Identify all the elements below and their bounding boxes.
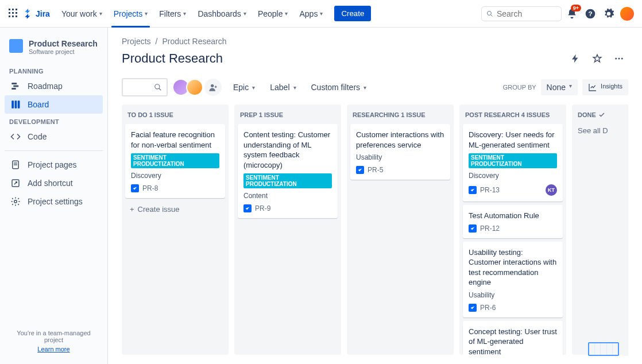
card-label: Discovery: [131, 172, 219, 180]
svg-rect-16: [11, 100, 14, 109]
sidebar-item-project-settings[interactable]: Project settings: [5, 192, 103, 211]
chevron-down-icon: ▾: [293, 84, 296, 91]
sidebar-item-project-pages[interactable]: Project pages: [5, 156, 103, 174]
column-header: TO DO 1 ISSUE: [125, 110, 225, 121]
create-issue-button[interactable]: + Create issue: [125, 202, 225, 217]
svg-rect-18: [18, 100, 20, 109]
help-icon[interactable]: ?: [582, 6, 598, 22]
chevron-down-icon: ▾: [145, 10, 148, 17]
gear-icon: [10, 196, 21, 207]
sidebar-item-code[interactable]: Code: [5, 127, 103, 146]
chevron-down-icon: ▾: [569, 83, 572, 92]
check-icon: [598, 111, 605, 118]
card-label: Usability: [469, 291, 557, 299]
nav-people[interactable]: People▾: [253, 0, 293, 28]
issue-card[interactable]: Usability testing: Customer interactions…: [463, 242, 563, 317]
svg-line-10: [490, 14, 492, 16]
more-icon[interactable]: [610, 49, 628, 68]
task-icon: [469, 304, 477, 312]
board-search[interactable]: [122, 78, 168, 96]
page-icon: [10, 160, 21, 170]
chevron-down-icon: ▾: [99, 10, 102, 17]
issue-card[interactable]: Customer interactions with preferences s…: [350, 124, 450, 180]
sidebar-item-roadmap[interactable]: Roadmap: [5, 77, 103, 95]
chevron-down-icon: ▾: [363, 84, 366, 91]
sidebar-item-board[interactable]: Board: [5, 95, 103, 114]
star-icon[interactable]: [588, 49, 606, 68]
logo-text: Jira: [36, 9, 50, 18]
chevron-down-icon: ▾: [320, 10, 323, 17]
column-header: DONE: [575, 110, 628, 121]
epic-tag: SENTIMENT PRODUCTIZATION: [131, 153, 219, 168]
automation-icon[interactable]: [566, 49, 585, 68]
card-title: Usability testing: Customer interactions…: [469, 247, 557, 288]
board-column: POST RESEARCH 4 ISSUESDiscovery: User ne…: [459, 104, 566, 355]
learn-more-link[interactable]: Learn more: [9, 346, 98, 353]
nav-apps[interactable]: Apps▾: [295, 0, 327, 28]
chevron-down-icon: ▾: [285, 10, 288, 17]
see-all-done-link[interactable]: See all D: [575, 124, 628, 137]
svg-rect-2: [16, 9, 17, 10]
breadcrumb-project[interactable]: Product Research: [162, 37, 226, 46]
nav-filters[interactable]: Filters▾: [154, 0, 191, 28]
issue-key: PR-6: [480, 304, 496, 312]
card-title: Test Automation Rule: [469, 211, 557, 221]
svg-point-23: [14, 200, 17, 203]
chart-icon: [588, 83, 597, 92]
issue-card[interactable]: Concept testing: User trust of ML-genera…: [463, 321, 563, 355]
profile-avatar[interactable]: [619, 6, 635, 22]
card-title: Content testing: Customer understanding …: [243, 130, 332, 170]
task-icon: [469, 224, 477, 233]
create-button[interactable]: Create: [334, 6, 371, 21]
issue-card[interactable]: Test Automation RulePR-12: [463, 205, 563, 238]
app-switcher-icon[interactable]: [7, 7, 21, 21]
global-search[interactable]: [481, 6, 562, 21]
svg-rect-8: [16, 16, 17, 17]
column-header: PREP 1 ISSUE: [238, 110, 338, 121]
sidebar-item-add-shortcut[interactable]: Add shortcut: [5, 174, 103, 192]
settings-icon[interactable]: [601, 6, 617, 22]
breadcrumb-projects[interactable]: Projects: [122, 37, 151, 46]
sidebar-group-planning: PLANNING: [5, 63, 103, 77]
epic-filter[interactable]: Epic▾: [230, 80, 258, 94]
assignee-avatar: KT: [546, 184, 557, 196]
custom-filters[interactable]: Custom filters▾: [308, 80, 370, 94]
insights-button[interactable]: Insights: [582, 79, 628, 95]
breadcrumb: Projects / Product Research: [122, 37, 628, 46]
sidebar-group-development: DEVELOPMENT: [5, 114, 103, 127]
shortcut-icon: [10, 178, 21, 188]
svg-point-29: [211, 84, 214, 87]
page-title: Product Research: [122, 51, 223, 66]
add-people-icon[interactable]: [204, 79, 222, 96]
card-title: Customer interactions with preferences s…: [356, 130, 444, 150]
svg-point-25: [618, 58, 620, 60]
svg-rect-5: [16, 12, 17, 14]
kanban-board: TO DO 1 ISSUEFacial feature recognition …: [122, 104, 628, 355]
nav-projects[interactable]: Projects▾: [109, 0, 153, 28]
board-column: TO DO 1 ISSUEFacial feature recognition …: [122, 104, 229, 355]
task-icon: [243, 204, 252, 212]
search-input[interactable]: [497, 9, 556, 18]
issue-card[interactable]: Content testing: Customer understanding …: [238, 124, 338, 218]
avatar[interactable]: [186, 79, 203, 96]
issue-key: PR-5: [368, 166, 383, 174]
svg-rect-3: [9, 12, 10, 14]
card-label: Usability: [356, 153, 444, 161]
board-minimap[interactable]: [588, 342, 628, 356]
label-filter[interactable]: Label▾: [266, 80, 299, 94]
nav-dashboards[interactable]: Dashboards▾: [193, 0, 251, 28]
search-icon: [154, 83, 162, 91]
jira-logo[interactable]: Jira: [23, 9, 50, 19]
project-sidebar: Product Research Software project PLANNI…: [0, 28, 108, 364]
issue-key: PR-9: [255, 204, 270, 212]
project-type: Software project: [29, 48, 98, 55]
board-column: RESEARCHING 1 ISSUECustomer interactions…: [347, 104, 454, 355]
nav-your-work[interactable]: Your work▾: [57, 0, 107, 28]
issue-card[interactable]: Facial feature recognition for non-verba…: [125, 124, 225, 198]
notifications-icon[interactable]: 9+: [564, 6, 580, 22]
groupby-select[interactable]: None▾: [541, 79, 578, 95]
assignee-filter-avatars: [176, 79, 222, 96]
notifications-badge: 9+: [571, 5, 581, 11]
issue-card[interactable]: Discovery: User needs for ML-generated s…: [463, 124, 563, 202]
column-header: POST RESEARCH 4 ISSUES: [463, 110, 563, 121]
